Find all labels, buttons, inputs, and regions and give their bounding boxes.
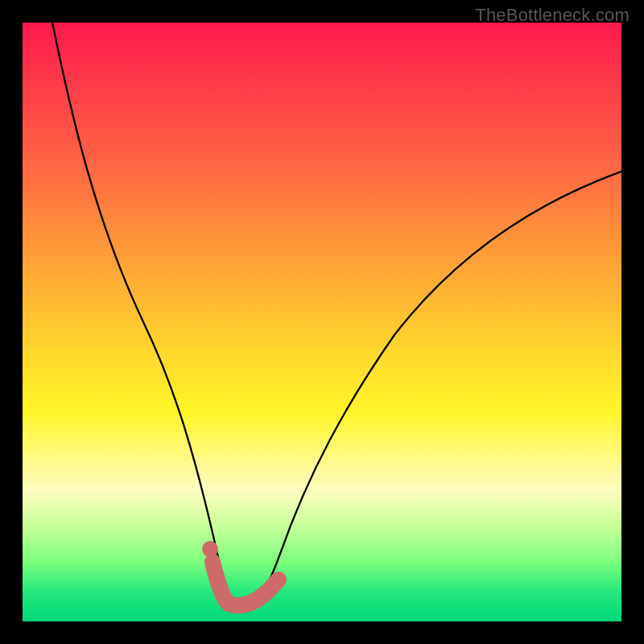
bottleneck-plot — [23, 23, 621, 621]
chart-gradient-panel — [23, 23, 621, 621]
highlight-dot — [202, 541, 218, 557]
watermark-text: TheBottleneck.com — [475, 5, 630, 26]
highlight-right-segment — [229, 580, 279, 605]
bottleneck-curve — [52, 23, 621, 606]
